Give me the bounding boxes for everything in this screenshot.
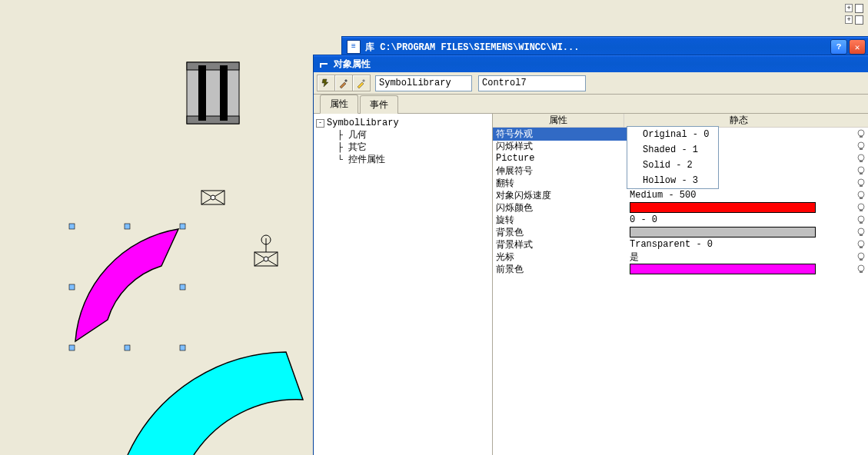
grid-header-static: 静态 — [624, 114, 853, 127]
row-cursor[interactable]: 光标 是 — [493, 251, 868, 263]
svg-rect-4 — [220, 65, 228, 121]
svg-point-10 — [264, 257, 268, 261]
svg-rect-34 — [860, 222, 863, 224]
symbol-appearance-dropdown[interactable]: Original - 0 Shaded - 1 Solid - 2 Hollow… — [627, 126, 719, 189]
row-flash-speed[interactable]: 对象闪烁速度 Medium - 500 — [493, 189, 868, 201]
object-properties-window: 对象属性 SymbolLibrary Control7 属性 事件 -Symbo… — [313, 55, 868, 455]
svg-rect-11 — [69, 224, 75, 229]
library-window-icon: ≡ — [347, 40, 361, 54]
svg-rect-40 — [860, 259, 863, 261]
collapse-icon[interactable]: - — [316, 119, 324, 128]
bulb-icon — [856, 141, 866, 151]
bulb-icon — [856, 178, 866, 188]
flash-color-swatch[interactable] — [630, 202, 816, 213]
bulb-icon — [856, 129, 866, 138]
bulb-icon — [856, 203, 866, 212]
tree-item-control-props[interactable]: └ 控件属性 — [315, 154, 491, 166]
object-name-field[interactable]: Control7 — [478, 75, 586, 91]
canvas-shape-arc-magenta[interactable] — [75, 229, 178, 341]
bulb-icon — [856, 252, 866, 261]
close-button[interactable]: ✕ — [849, 39, 866, 55]
svg-rect-42 — [860, 271, 863, 273]
svg-point-21 — [858, 142, 864, 148]
pin-button[interactable] — [318, 75, 335, 91]
svg-rect-26 — [860, 173, 863, 174]
object-type-field[interactable]: SymbolLibrary — [375, 75, 472, 91]
properties-window-icon — [318, 58, 329, 69]
tree-item-misc[interactable]: ├ 其它 — [315, 141, 491, 154]
bulb-icon — [856, 264, 866, 274]
row-foreground-color[interactable]: 前景色 — [493, 263, 868, 275]
dropdown-item-solid[interactable]: Solid - 2 — [627, 158, 718, 173]
svg-rect-36 — [860, 234, 863, 236]
row-background-style[interactable]: 背景样式 Transparent - 0 — [493, 238, 868, 251]
bg-color-swatch[interactable] — [630, 227, 816, 237]
property-grid: 属性 静态 符号外观 闪烁样式 Picture 伸展符号 — [493, 114, 868, 455]
row-background-color[interactable]: 背景色 — [493, 226, 868, 238]
svg-point-6 — [211, 195, 215, 200]
svg-point-39 — [858, 253, 864, 259]
svg-rect-1 — [187, 62, 239, 70]
svg-rect-24 — [860, 161, 863, 162]
canvas-shape-arc-cyan[interactable] — [128, 352, 303, 455]
canvas-symbol-valve-stem[interactable] — [254, 235, 278, 266]
svg-rect-22 — [860, 148, 863, 150]
grid-header-attr: 属性 — [493, 114, 624, 127]
svg-rect-15 — [180, 284, 185, 290]
canvas-symbol-bars[interactable] — [187, 62, 239, 124]
svg-rect-12 — [125, 224, 130, 229]
fg-color-swatch[interactable] — [630, 264, 816, 274]
bulb-icon — [856, 215, 866, 224]
svg-rect-38 — [860, 247, 863, 248]
svg-rect-16 — [69, 345, 75, 350]
svg-point-19 — [858, 130, 864, 136]
toolbar-button-group — [317, 75, 371, 91]
svg-point-41 — [858, 265, 864, 271]
svg-point-29 — [858, 191, 864, 198]
svg-point-35 — [858, 228, 864, 234]
svg-rect-18 — [180, 345, 185, 350]
svg-rect-13 — [180, 224, 185, 229]
edit-button[interactable] — [353, 75, 370, 91]
svg-rect-3 — [198, 65, 206, 121]
svg-rect-30 — [860, 198, 863, 199]
properties-toolbar: SymbolLibrary Control7 — [314, 72, 868, 95]
row-rotation[interactable]: 旋转 0 - 0 — [493, 214, 868, 226]
properties-tabbar: 属性 事件 — [314, 95, 868, 114]
svg-rect-0 — [187, 62, 239, 124]
svg-point-37 — [858, 241, 864, 247]
svg-point-33 — [858, 216, 864, 222]
tree-item-geometry[interactable]: ├ 几何 — [315, 129, 491, 141]
tab-events[interactable]: 事件 — [360, 95, 398, 114]
property-tree: -SymbolLibrary ├ 几何 ├ 其它 └ 控件属性 — [314, 114, 493, 455]
canvas-symbol-valve[interactable] — [201, 191, 224, 204]
tree-root[interactable]: -SymbolLibrary — [315, 117, 491, 129]
svg-point-23 — [858, 154, 864, 161]
row-flash-color[interactable]: 闪烁颜色 — [493, 201, 868, 214]
help-button[interactable]: ? — [830, 39, 847, 55]
object-properties-titlebar[interactable]: 对象属性 — [314, 55, 868, 72]
bulb-icon — [856, 240, 866, 249]
svg-point-27 — [858, 179, 864, 185]
bulb-icon — [856, 227, 866, 237]
dropdown-item-shaded[interactable]: Shaded - 1 — [627, 142, 718, 158]
object-properties-title: 对象属性 — [334, 58, 868, 71]
svg-rect-14 — [69, 284, 75, 290]
pick-color-button[interactable] — [335, 75, 353, 91]
dropdown-item-hollow[interactable]: Hollow - 3 — [627, 173, 718, 188]
bulb-icon — [856, 191, 866, 200]
tab-attributes[interactable]: 属性 — [320, 95, 358, 114]
bulb-icon — [856, 166, 866, 175]
svg-rect-32 — [860, 210, 863, 211]
svg-rect-20 — [860, 136, 863, 138]
svg-point-31 — [858, 204, 864, 210]
library-window-title: 库 C:\PROGRAM FILES\SIEMENS\WINCC\WI... — [365, 41, 830, 54]
bulb-icon — [856, 154, 866, 163]
svg-rect-2 — [187, 116, 239, 124]
dropdown-item-original[interactable]: Original - 0 — [627, 127, 718, 142]
svg-point-25 — [858, 167, 864, 173]
svg-rect-28 — [860, 185, 863, 187]
svg-rect-17 — [125, 345, 130, 350]
